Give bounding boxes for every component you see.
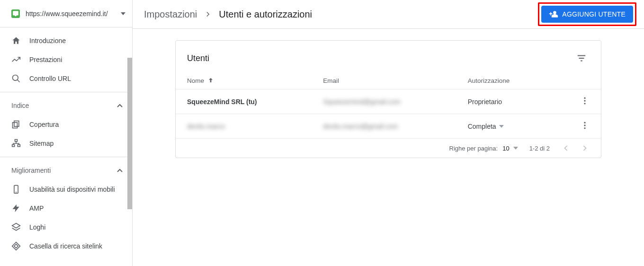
sidebar-item-mobile[interactable]: Usabilità sui dispositivi mobili: [0, 180, 132, 199]
chevron-right-icon: [204, 10, 212, 18]
property-url: https://www.squeezemind.it/: [26, 10, 121, 18]
sidebar-item-label: AMP: [29, 204, 44, 212]
rows-select[interactable]: 10: [502, 145, 518, 152]
sitemap-icon: [11, 139, 21, 148]
sidebar-item-url-inspect[interactable]: Controllo URL: [0, 69, 132, 88]
svg-point-12: [584, 98, 585, 99]
users-table: Nome Email Autorizzazione: [176, 70, 601, 139]
property-selector[interactable]: https://www.squeezemind.it/: [0, 0, 132, 27]
user-name: SqueezeMind SRL (tu): [187, 98, 257, 106]
arrow-up-icon: [207, 77, 215, 84]
svg-point-13: [584, 100, 585, 101]
sidebar-item-label: Loghi: [29, 223, 45, 231]
pages-icon: [11, 120, 21, 129]
chevron-up-icon: [117, 168, 123, 172]
sidebar-item-label: Introduzione: [29, 37, 66, 44]
card-title: Utenti: [187, 53, 573, 63]
user-email: Squeezemind@gmail.com: [323, 98, 401, 106]
filter-button[interactable]: [573, 50, 590, 66]
amp-icon: [11, 204, 21, 213]
svg-rect-6: [18, 145, 20, 147]
sidebar-item-label: Casella di ricerca sitelink: [29, 242, 102, 250]
breadcrumb: Impostazioni Utenti e autorizzazioni: [144, 9, 312, 20]
table-row: devito.marco devito.marco@gmail.com Comp…: [176, 114, 601, 139]
svg-marker-11: [14, 244, 18, 248]
mobile-icon: [11, 185, 21, 194]
row-more-button[interactable]: [580, 96, 590, 106]
diamond-icon: [11, 241, 21, 251]
sidebar-item-label: Controllo URL: [29, 75, 71, 82]
sidebar-item-label: Sitemap: [29, 140, 54, 147]
dropdown-icon: [513, 147, 518, 150]
sidebar-section-index[interactable]: Indice: [0, 96, 132, 115]
sidebar-scrollbar[interactable]: [127, 58, 132, 209]
table-pager: Righe per pagina: 10 1-2 di 2: [176, 139, 601, 158]
sidebar-item-sitemap[interactable]: Sitemap: [0, 134, 132, 153]
breadcrumb-current: Utenti e autorizzazioni: [219, 9, 312, 20]
user-auth: Proprietario: [468, 98, 502, 106]
sidebar-item-label: Copertura: [29, 121, 59, 128]
auth-select[interactable]: Completa: [468, 123, 555, 130]
rows-label: Righe per pagina:: [449, 145, 498, 152]
breadcrumb-root[interactable]: Impostazioni: [144, 9, 197, 20]
layers-icon: [11, 222, 21, 232]
svg-point-0: [13, 75, 18, 81]
svg-rect-4: [15, 140, 18, 142]
col-auth[interactable]: Autorizzazione: [468, 77, 510, 84]
svg-point-17: [584, 127, 585, 129]
svg-rect-5: [12, 145, 15, 147]
prev-page-button[interactable]: [561, 143, 571, 153]
svg-line-1: [18, 80, 20, 82]
chevron-up-icon: [117, 104, 123, 107]
sidebar-item-coverage[interactable]: Copertura: [0, 115, 132, 134]
col-email[interactable]: Email: [323, 77, 339, 84]
user-email: devito.marco@gmail.com: [323, 123, 398, 130]
user-name: devito.marco: [187, 123, 225, 130]
svg-point-15: [584, 122, 585, 124]
col-name[interactable]: Nome: [187, 77, 204, 84]
svg-marker-9: [12, 223, 20, 228]
sidebar-item-logos[interactable]: Loghi: [0, 218, 132, 237]
add-user-highlight: AGGIUNGI UTENTE: [538, 2, 636, 26]
topbar: Impostazioni Utenti e autorizzazioni AGG…: [133, 0, 644, 29]
user-auth: Completa: [468, 123, 496, 130]
svg-point-14: [584, 103, 585, 104]
add-user-label: AGGIUNGI UTENTE: [562, 10, 626, 18]
sidebar-item-sitelink-search[interactable]: Casella di ricerca sitelink: [0, 237, 132, 256]
site-favicon: [11, 9, 20, 18]
sidebar-item-label: Usabilità sui dispositivi mobili: [29, 186, 115, 193]
trend-icon: [11, 55, 21, 64]
person-add-icon: [549, 9, 558, 19]
sidebar-section-enh[interactable]: Miglioramenti: [0, 161, 132, 180]
dropdown-icon: [499, 125, 504, 128]
users-card: Utenti Nome: [175, 40, 601, 158]
svg-rect-3: [13, 123, 18, 128]
dropdown-icon: [121, 12, 125, 15]
svg-marker-10: [12, 242, 20, 250]
sidebar-item-amp[interactable]: AMP: [0, 199, 132, 218]
page-range: 1-2 di 2: [529, 145, 550, 152]
sidebar-item-performance[interactable]: Prestazioni: [0, 50, 132, 69]
sidebar-item-label: Prestazioni: [29, 56, 62, 63]
sidebar-item-intro[interactable]: Introduzione: [0, 31, 132, 50]
row-more-button[interactable]: [580, 121, 590, 130]
next-page-button[interactable]: [580, 143, 590, 153]
search-icon: [11, 74, 21, 83]
add-user-button[interactable]: AGGIUNGI UTENTE: [541, 6, 633, 23]
svg-rect-2: [14, 121, 19, 127]
home-icon: [11, 36, 21, 45]
table-row: SqueezeMind SRL (tu) Squeezemind@gmail.c…: [176, 89, 601, 114]
svg-point-16: [584, 124, 585, 126]
